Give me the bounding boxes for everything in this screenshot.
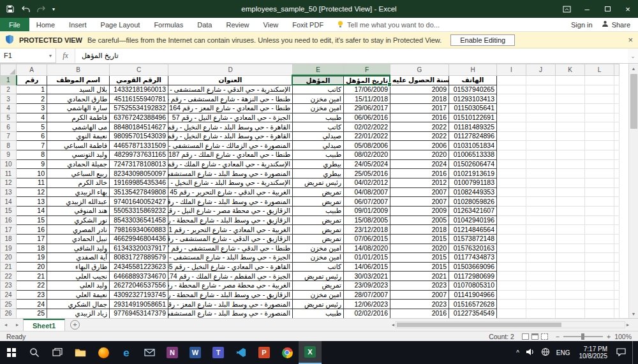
cell-D7[interactable]: القاهرة - حي وسط البلد - شارع النخيل - ر… xyxy=(168,131,293,141)
cell-C19[interactable]: 61343320037917 xyxy=(110,244,168,253)
cell-L8[interactable] xyxy=(585,141,614,150)
mail-button[interactable] xyxy=(138,341,161,364)
cell-D16[interactable]: الزقازيق - حي وسط البلد - شارع المحطة - … xyxy=(168,215,293,225)
cell-J10[interactable] xyxy=(526,159,556,169)
cell-E8[interactable]: صيدلي xyxy=(293,141,344,150)
minimize-button[interactable]: – xyxy=(577,0,597,18)
cell-D10[interactable]: الإسكندرية - حي المعادي - شارع الملك - ر… xyxy=(168,159,293,169)
cell-B2[interactable]: بلال السيد xyxy=(47,85,110,94)
cell-G10[interactable]: 2024 xyxy=(390,159,449,169)
cell-B23[interactable]: وليد العلي xyxy=(47,281,110,291)
cell-K22[interactable] xyxy=(556,272,585,281)
row-header-5[interactable]: 5 xyxy=(1,113,17,122)
ribbon-tab-file[interactable]: File xyxy=(0,18,29,31)
ribbon-tab-insert[interactable]: Insert xyxy=(62,18,94,31)
cell-A5[interactable]: 4 xyxy=(17,113,47,122)
cell-L10[interactable] xyxy=(585,159,614,169)
cell-D8[interactable]: المنصورة - حي الزمالك - شارع المستشفى - … xyxy=(168,141,293,150)
cell-L7[interactable] xyxy=(585,131,614,141)
cell-A7[interactable]: 6 xyxy=(17,131,47,141)
cell-H20[interactable]: 01177434873 xyxy=(449,253,497,263)
cell-E10[interactable]: بيطري xyxy=(293,159,344,169)
cell-C6[interactable]: 88480184514627 xyxy=(110,122,168,132)
cell-J19[interactable] xyxy=(526,244,556,253)
cell-L5[interactable] xyxy=(585,113,614,122)
cell-H18[interactable]: 01573872148 xyxy=(449,234,497,244)
cell-F1[interactable]: تاريخ المؤهل xyxy=(344,76,390,85)
cell-D5[interactable]: الجيزة - حي المعادي - شارع النيل - رقم 5… xyxy=(168,113,293,122)
cell-J17[interactable] xyxy=(526,225,556,235)
cell-B9[interactable]: وليد التونسي xyxy=(47,150,110,160)
start-button[interactable] xyxy=(0,341,23,364)
cell-H26[interactable]: 01227354549 xyxy=(449,309,497,318)
cell-D20[interactable]: الجيزة - حي وسط البلد - شارع المستشفى - … xyxy=(168,253,293,263)
cell-L13[interactable] xyxy=(585,187,614,197)
ribbon-tab-review[interactable]: Review xyxy=(219,18,256,31)
cell-A1[interactable]: رقم xyxy=(17,76,47,85)
cell-C21[interactable]: 24345581223623 xyxy=(110,262,168,272)
cell-F6[interactable]: 02/02/2022 xyxy=(344,122,390,132)
cell-E15[interactable]: طبيب xyxy=(293,206,344,215)
column-header-K[interactable]: K xyxy=(556,64,585,76)
cell-J1[interactable] xyxy=(526,76,556,85)
cell-A2[interactable]: 1 xyxy=(17,85,47,94)
cell-B7[interactable]: نعيمة النوي xyxy=(47,131,110,141)
task-view-button[interactable] xyxy=(46,341,69,364)
cell-E13[interactable]: تمريض xyxy=(293,187,344,197)
cell-C7[interactable]: 98095701543039 xyxy=(110,131,168,141)
cell-L12[interactable] xyxy=(585,178,614,188)
cell-K24[interactable] xyxy=(556,290,585,300)
cell-H25[interactable]: 01516572628 xyxy=(449,300,497,309)
ribbon-tab-page-layout[interactable]: Page Layout xyxy=(94,18,147,31)
cell-A18[interactable]: 17 xyxy=(17,234,47,244)
cell-C12[interactable]: 19169985435346 xyxy=(110,178,168,188)
cell-C15[interactable]: 55053315869232 xyxy=(110,206,168,215)
cell-I13[interactable] xyxy=(497,187,526,197)
cell-E20[interactable]: امين مخزن xyxy=(293,253,344,263)
cell-J2[interactable] xyxy=(526,85,556,94)
cell-F2[interactable]: 17/06/2009 xyxy=(344,85,390,94)
cell-A9[interactable]: 8 xyxy=(17,150,47,160)
cell-K7[interactable] xyxy=(556,131,585,141)
cell-B13[interactable]: بهاء الزبيدي xyxy=(47,187,110,197)
row-header-21[interactable]: 21 xyxy=(1,262,17,272)
cell-E26[interactable]: طبيب xyxy=(293,309,344,318)
cell-G24[interactable]: 2007 xyxy=(390,290,449,300)
chrome-button[interactable] xyxy=(276,341,299,364)
cell-F23[interactable]: 23/09/2023 xyxy=(344,281,390,291)
maximize-button[interactable] xyxy=(597,0,618,18)
cell-H22[interactable]: 01172980699 xyxy=(449,272,497,281)
cell-B5[interactable]: فاطمة الكرم xyxy=(47,113,110,122)
cell-B20[interactable]: آية الصفدي xyxy=(47,253,110,263)
cell-I24[interactable] xyxy=(497,290,526,300)
cell-B12[interactable]: خالد الكرم xyxy=(47,178,110,188)
row-header-18[interactable]: 18 xyxy=(1,234,17,244)
cell-K16[interactable] xyxy=(556,215,585,225)
cell-E21[interactable]: كاتب xyxy=(293,262,344,272)
column-header-H[interactable]: H xyxy=(449,64,497,76)
horizontal-scrollbar[interactable]: ◂ ▸ xyxy=(392,319,629,331)
cell-C24[interactable]: 43092327193745 xyxy=(110,290,168,300)
cell-A8[interactable]: 7 xyxy=(17,141,47,150)
cell-I10[interactable] xyxy=(497,159,526,169)
cell-J13[interactable] xyxy=(526,187,556,197)
row-header-20[interactable]: 20 xyxy=(1,253,17,263)
cell-E11[interactable]: بيطري xyxy=(293,169,344,178)
cell-A10[interactable]: 9 xyxy=(17,159,47,169)
cell-G2[interactable]: 2009 xyxy=(390,85,449,94)
row-header-19[interactable]: 19 xyxy=(1,244,17,253)
row-header-26[interactable]: 26 xyxy=(1,309,17,318)
redo-icon[interactable] xyxy=(36,4,46,14)
cell-G16[interactable]: 2005 xyxy=(390,215,449,225)
column-header-B[interactable]: B xyxy=(47,64,110,76)
formula-input[interactable]: تاريخ المؤهل xyxy=(75,48,628,63)
ribbon-tab-view[interactable]: View xyxy=(256,18,286,31)
sheet-nav-left-icon[interactable]: ◂ xyxy=(0,319,11,331)
row-header-22[interactable]: 22 xyxy=(1,272,17,281)
cell-B16[interactable]: نور الشكري xyxy=(47,215,110,225)
cell-L24[interactable] xyxy=(585,290,614,300)
cell-D13[interactable]: الغربية - حي الدقي - شارع التحرير - رقم … xyxy=(168,187,293,197)
cell-C3[interactable]: 45116155940781 xyxy=(110,94,168,104)
cell-C5[interactable]: 63767242388496 xyxy=(110,113,168,122)
cell-I6[interactable] xyxy=(497,122,526,132)
